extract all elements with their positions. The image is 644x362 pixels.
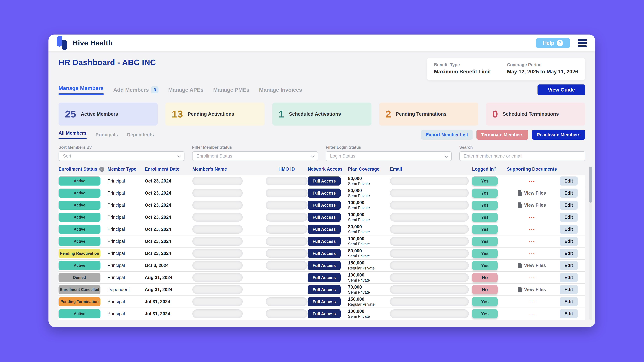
enrollment-date-cell: Oct 23, 2024 xyxy=(145,178,192,184)
member-name-redacted xyxy=(192,213,243,222)
coverage-period-value: May 12, 2025 to May 11, 2026 xyxy=(507,69,578,75)
col-supporting-documents: Supporting Documents xyxy=(504,167,560,172)
benefit-type-label: Benefit Type xyxy=(434,62,491,67)
no-documents-dashes: --- xyxy=(528,299,535,305)
hamburger-menu-icon[interactable] xyxy=(578,39,587,47)
plan-coverage-cell: 150,000 Regular Private xyxy=(348,260,390,271)
terminate-members-button[interactable]: Terminate Members xyxy=(476,130,528,140)
status-badge: Active xyxy=(58,189,100,198)
tab-manage-members[interactable]: Manage Members xyxy=(58,85,104,95)
member-name-redacted xyxy=(192,309,243,318)
member-name-redacted xyxy=(192,297,243,306)
edit-button[interactable]: Edit xyxy=(560,273,578,282)
reactivate-members-button[interactable]: Reactivate Members xyxy=(532,130,585,140)
search-input[interactable] xyxy=(464,153,581,159)
chevron-down-icon xyxy=(444,154,448,158)
edit-button[interactable]: Edit xyxy=(560,237,578,246)
status-badge: Active xyxy=(58,309,100,318)
plan-type: Semi Private xyxy=(348,230,390,234)
app-window: Hive Health Help ? HR Dashboard - ABC IN… xyxy=(48,34,595,327)
plan-amount: 80,000 xyxy=(348,248,390,254)
status-badge: Active xyxy=(58,201,100,210)
logged-in-pill: Yes xyxy=(472,176,498,186)
question-mark-icon: ? xyxy=(556,40,563,46)
login-status-dropdown[interactable]: Login Status xyxy=(326,151,452,161)
network-access-badge: Full Access xyxy=(308,237,340,246)
col-hmo-id: HMO ID xyxy=(266,167,308,172)
stat-card-scheduled-activations: 1 Scheduled Activations xyxy=(272,103,371,125)
hive-health-logo-icon xyxy=(57,36,69,50)
enrollment-date-cell: Jul 31, 2024 xyxy=(145,299,192,304)
view-files-link[interactable]: View Files xyxy=(518,263,546,268)
logged-in-pill: Yes xyxy=(472,249,498,258)
brand-logo: Hive Health xyxy=(57,36,113,50)
edit-button[interactable]: Edit xyxy=(560,176,578,186)
col-enrollment-date: Enrollment Date xyxy=(145,167,192,172)
main-tabs: Manage Members Add Members 3 Manage APEs… xyxy=(58,84,585,95)
view-files-link[interactable]: View Files xyxy=(518,202,546,208)
hmo-id-redacted xyxy=(266,225,308,234)
edit-button[interactable]: Edit xyxy=(560,213,578,222)
supporting-documents-cell: --- --- xyxy=(504,311,560,317)
info-icon[interactable]: i xyxy=(99,167,104,172)
enrollment-status-dropdown[interactable]: Enrollment Status xyxy=(192,151,318,161)
page-title: HR Dashboard - ABC INC xyxy=(58,58,156,67)
status-badge: Active xyxy=(58,176,100,186)
plan-coverage-cell: 80,000 Semi Private xyxy=(348,176,390,186)
edit-button[interactable]: Edit xyxy=(560,189,578,198)
edit-button[interactable]: Edit xyxy=(560,297,578,306)
tab-manage-invoices[interactable]: Manage Invoices xyxy=(259,87,302,93)
network-access-badge: Full Access xyxy=(308,189,340,198)
plan-coverage-cell: 70,000 Semi Private xyxy=(348,285,390,295)
view-files-link[interactable]: View Files xyxy=(518,287,546,293)
tab-manage-pmes[interactable]: Manage PMEs xyxy=(213,87,250,93)
vertical-scrollbar-track[interactable] xyxy=(589,167,592,320)
hmo-id-redacted xyxy=(266,189,308,197)
subtab-principals[interactable]: Principals xyxy=(96,132,118,137)
view-guide-button[interactable]: View Guide xyxy=(538,84,585,95)
plan-amount: 80,000 xyxy=(348,176,390,181)
supporting-documents-cell: View Files View Files xyxy=(504,263,560,268)
hmo-id-redacted xyxy=(266,309,308,318)
sort-dropdown[interactable]: Sort xyxy=(58,151,184,161)
logged-in-pill: Yes xyxy=(472,189,498,198)
member-type-cell: Principal xyxy=(108,203,145,208)
view-files-link[interactable]: View Files xyxy=(518,190,546,196)
member-name-redacted xyxy=(192,285,243,294)
edit-button[interactable]: Edit xyxy=(560,201,578,210)
plan-amount: 150,000 xyxy=(348,297,390,302)
edit-button[interactable]: Edit xyxy=(560,249,578,258)
members-table: Enrollment Status i Member Type Enrollme… xyxy=(58,167,585,320)
edit-button[interactable]: Edit xyxy=(560,225,578,234)
logged-in-pill: Yes xyxy=(472,237,498,246)
supporting-documents-cell: View Files View Files xyxy=(504,287,560,293)
member-type-cell: Principal xyxy=(108,275,145,280)
logged-in-pill: No xyxy=(472,273,498,282)
vertical-scrollbar-thumb[interactable] xyxy=(589,167,592,203)
subtab-all-members[interactable]: All Members xyxy=(58,130,86,139)
search-group: Search xyxy=(459,145,585,161)
subtab-dependents[interactable]: Dependents xyxy=(127,132,154,137)
enrollment-date-cell: Aug 31, 2024 xyxy=(145,275,192,280)
plan-amount: 100,000 xyxy=(348,200,390,205)
network-access-badge: Full Access xyxy=(308,261,340,270)
export-member-list-button[interactable]: Export Member List xyxy=(421,130,473,140)
edit-button[interactable]: Edit xyxy=(560,309,578,318)
tab-manage-apes[interactable]: Manage APEs xyxy=(168,87,204,93)
supporting-documents-cell: --- --- xyxy=(504,214,560,220)
edit-button[interactable]: Edit xyxy=(560,261,578,270)
edit-button[interactable]: Edit xyxy=(560,285,578,294)
table-row: Active Principal Oct 23, 2024 Full Acces… xyxy=(58,175,585,187)
supporting-documents-cell: --- --- xyxy=(504,275,560,280)
no-documents-dashes: --- xyxy=(528,178,535,184)
help-button[interactable]: Help ? xyxy=(536,38,570,48)
plan-amount: 100,000 xyxy=(348,309,390,314)
network-access-badge: Full Access xyxy=(308,201,340,210)
member-name-redacted xyxy=(192,273,243,282)
tab-add-members[interactable]: Add Members 3 xyxy=(113,86,159,93)
status-badge: Active xyxy=(58,237,100,246)
network-access-badge: Full Access xyxy=(308,225,340,234)
supporting-documents-cell: View Files View Files xyxy=(504,202,560,208)
status-badge: Denied xyxy=(58,273,100,282)
enrollment-date-cell: Oct 23, 2024 xyxy=(145,203,192,208)
